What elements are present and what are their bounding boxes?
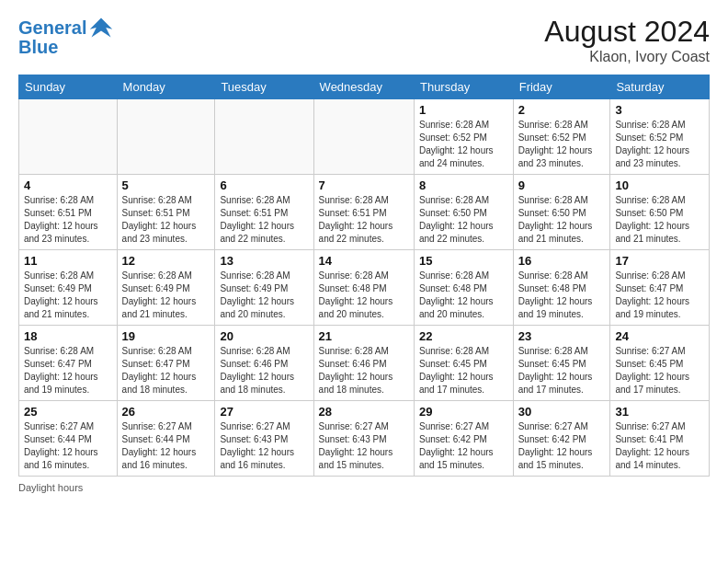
calendar-cell: 7Sunrise: 6:28 AM Sunset: 6:51 PM Daylig… [313,175,414,250]
day-info: Sunrise: 6:28 AM Sunset: 6:50 PM Dayligh… [518,194,606,246]
week-row-1: 1Sunrise: 6:28 AM Sunset: 6:52 PM Daylig… [19,99,710,175]
calendar-cell: 29Sunrise: 6:27 AM Sunset: 6:42 PM Dayli… [414,401,513,477]
day-number: 28 [319,405,409,419]
logo-bird-icon [88,15,114,40]
day-info: Sunrise: 6:28 AM Sunset: 6:49 PM Dayligh… [24,270,112,321]
day-number: 3 [615,103,704,117]
week-row-2: 4Sunrise: 6:28 AM Sunset: 6:51 PM Daylig… [19,175,710,250]
calendar-cell: 24Sunrise: 6:27 AM Sunset: 6:45 PM Dayli… [610,326,710,401]
calendar-cell: 6Sunrise: 6:28 AM Sunset: 6:51 PM Daylig… [215,175,313,250]
calendar-cell [215,99,313,175]
day-number: 11 [24,254,112,268]
day-number: 19 [122,329,210,343]
day-number: 8 [419,178,508,192]
calendar-cell: 4Sunrise: 6:28 AM Sunset: 6:51 PM Daylig… [19,175,118,250]
location: Klaon, Ivory Coast [544,49,710,65]
day-info: Sunrise: 6:27 AM Sunset: 6:43 PM Dayligh… [319,420,409,472]
day-info: Sunrise: 6:28 AM Sunset: 6:47 PM Dayligh… [24,345,112,396]
calendar-cell: 25Sunrise: 6:27 AM Sunset: 6:44 PM Dayli… [19,401,118,477]
logo: General Blue [18,15,114,58]
calendar-cell: 19Sunrise: 6:28 AM Sunset: 6:47 PM Dayli… [117,326,215,401]
day-info: Sunrise: 6:28 AM Sunset: 6:51 PM Dayligh… [122,194,210,246]
footer: Daylight hours [18,482,710,493]
day-number: 10 [615,178,704,192]
month-year: August 2024 [544,15,710,49]
calendar-cell [313,99,414,175]
calendar-cell: 23Sunrise: 6:28 AM Sunset: 6:45 PM Dayli… [513,326,610,401]
logo-general: General [18,17,86,38]
day-number: 26 [122,405,210,419]
calendar-cell: 8Sunrise: 6:28 AM Sunset: 6:50 PM Daylig… [414,175,513,250]
day-number: 21 [319,329,409,343]
calendar-cell: 1Sunrise: 6:28 AM Sunset: 6:52 PM Daylig… [414,99,513,175]
day-info: Sunrise: 6:27 AM Sunset: 6:45 PM Dayligh… [615,345,704,396]
title-block: August 2024 Klaon, Ivory Coast [544,15,710,65]
day-info: Sunrise: 6:28 AM Sunset: 6:46 PM Dayligh… [220,345,308,396]
calendar-cell: 30Sunrise: 6:27 AM Sunset: 6:42 PM Dayli… [513,401,610,477]
calendar-cell [19,99,118,175]
weekday-thursday: Thursday [414,75,513,99]
day-info: Sunrise: 6:28 AM Sunset: 6:48 PM Dayligh… [419,270,508,321]
day-info: Sunrise: 6:27 AM Sunset: 6:41 PM Dayligh… [615,420,704,472]
calendar-cell: 21Sunrise: 6:28 AM Sunset: 6:46 PM Dayli… [313,326,414,401]
week-row-3: 11Sunrise: 6:28 AM Sunset: 6:49 PM Dayli… [19,250,710,326]
day-number: 7 [319,178,409,192]
day-info: Sunrise: 6:28 AM Sunset: 6:48 PM Dayligh… [518,270,606,321]
svg-marker-0 [90,18,113,38]
day-number: 23 [518,329,606,343]
day-number: 6 [220,178,308,192]
day-number: 12 [122,254,210,268]
calendar-cell: 22Sunrise: 6:28 AM Sunset: 6:45 PM Dayli… [414,326,513,401]
day-number: 31 [615,405,704,419]
day-info: Sunrise: 6:28 AM Sunset: 6:45 PM Dayligh… [518,345,606,396]
header: General Blue August 2024 Klaon, Ivory Co… [18,15,710,65]
calendar-cell [117,99,215,175]
calendar-cell: 11Sunrise: 6:28 AM Sunset: 6:49 PM Dayli… [19,250,118,326]
calendar-cell: 28Sunrise: 6:27 AM Sunset: 6:43 PM Dayli… [313,401,414,477]
calendar-cell: 9Sunrise: 6:28 AM Sunset: 6:50 PM Daylig… [513,175,610,250]
weekday-friday: Friday [513,75,610,99]
day-number: 13 [220,254,308,268]
calendar-cell: 13Sunrise: 6:28 AM Sunset: 6:49 PM Dayli… [215,250,313,326]
day-info: Sunrise: 6:28 AM Sunset: 6:52 PM Dayligh… [615,119,704,170]
day-number: 24 [615,329,704,343]
calendar-cell: 10Sunrise: 6:28 AM Sunset: 6:50 PM Dayli… [610,175,710,250]
day-info: Sunrise: 6:28 AM Sunset: 6:49 PM Dayligh… [220,270,308,321]
day-info: Sunrise: 6:28 AM Sunset: 6:45 PM Dayligh… [419,345,508,396]
calendar-cell: 26Sunrise: 6:27 AM Sunset: 6:44 PM Dayli… [117,401,215,477]
weekday-sunday: Sunday [19,75,118,99]
calendar-cell: 12Sunrise: 6:28 AM Sunset: 6:49 PM Dayli… [117,250,215,326]
weekday-tuesday: Tuesday [215,75,313,99]
day-number: 14 [319,254,409,268]
day-info: Sunrise: 6:28 AM Sunset: 6:51 PM Dayligh… [24,194,112,246]
calendar-cell: 14Sunrise: 6:28 AM Sunset: 6:48 PM Dayli… [313,250,414,326]
calendar-cell: 16Sunrise: 6:28 AM Sunset: 6:48 PM Dayli… [513,250,610,326]
calendar-table: SundayMondayTuesdayWednesdayThursdayFrid… [18,75,710,477]
week-row-5: 25Sunrise: 6:27 AM Sunset: 6:44 PM Dayli… [19,401,710,477]
day-info: Sunrise: 6:28 AM Sunset: 6:51 PM Dayligh… [319,194,409,246]
day-info: Sunrise: 6:28 AM Sunset: 6:46 PM Dayligh… [319,345,409,396]
day-number: 1 [419,103,508,117]
day-info: Sunrise: 6:28 AM Sunset: 6:47 PM Dayligh… [615,270,704,321]
day-info: Sunrise: 6:28 AM Sunset: 6:51 PM Dayligh… [220,194,308,246]
calendar-cell: 2Sunrise: 6:28 AM Sunset: 6:52 PM Daylig… [513,99,610,175]
calendar-cell: 3Sunrise: 6:28 AM Sunset: 6:52 PM Daylig… [610,99,710,175]
day-info: Sunrise: 6:28 AM Sunset: 6:49 PM Dayligh… [122,270,210,321]
day-number: 30 [518,405,606,419]
day-number: 27 [220,405,308,419]
day-number: 17 [615,254,704,268]
day-number: 29 [419,405,508,419]
calendar-cell: 5Sunrise: 6:28 AM Sunset: 6:51 PM Daylig… [117,175,215,250]
daylight-label: Daylight hours [18,482,83,493]
day-info: Sunrise: 6:28 AM Sunset: 6:47 PM Dayligh… [122,345,210,396]
calendar-cell: 27Sunrise: 6:27 AM Sunset: 6:43 PM Dayli… [215,401,313,477]
week-row-4: 18Sunrise: 6:28 AM Sunset: 6:47 PM Dayli… [19,326,710,401]
day-number: 5 [122,178,210,192]
day-info: Sunrise: 6:28 AM Sunset: 6:48 PM Dayligh… [319,270,409,321]
day-number: 4 [24,178,112,192]
day-info: Sunrise: 6:27 AM Sunset: 6:44 PM Dayligh… [24,420,112,472]
calendar-cell: 18Sunrise: 6:28 AM Sunset: 6:47 PM Dayli… [19,326,118,401]
day-number: 2 [518,103,606,117]
page: General Blue August 2024 Klaon, Ivory Co… [0,0,728,563]
weekday-saturday: Saturday [610,75,710,99]
